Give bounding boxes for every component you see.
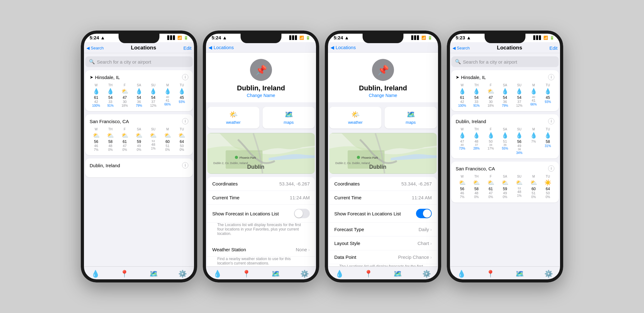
weather-btn-label-3: weather: [348, 120, 363, 125]
location-card-sf-4[interactable]: San Francisco, CA i W⛅56467% TH⛅58480% F…: [451, 162, 559, 202]
maps-btn-label-3: maps: [406, 120, 416, 125]
coordinates-value-3: 53.344, -6.267: [401, 181, 432, 186]
back-search-1[interactable]: ◀ Search: [86, 46, 104, 50]
info-icon-dublin-4[interactable]: i: [548, 118, 554, 124]
forecast-dublin-4: W💧474073% TH💧483728% F💧503417% SA💧513655…: [456, 128, 554, 155]
search-bar-4[interactable]: 🔍 Search for a city or airport: [451, 56, 559, 67]
forecast-type-value-3: Daily ›: [419, 227, 432, 232]
info-icon-dublin-1[interactable]: i: [182, 162, 188, 168]
svg-point-2: [235, 156, 238, 159]
data-point-value-3: Precip Chance ›: [398, 254, 432, 260]
forecast-sf-4: W⛅56467% TH⛅58480% F⛅61470% SA⛅59490% SU…: [456, 175, 554, 199]
edit-btn-4[interactable]: Edit: [549, 45, 558, 51]
tab-droplet-1[interactable]: 💧: [91, 270, 100, 278]
current-time-label-3: Current Time: [334, 195, 362, 200]
forecast-type-row-3[interactable]: Forecast Type Daily ›: [329, 223, 437, 236]
back-locations-2[interactable]: ◀ Locations: [208, 45, 234, 50]
maps-btn-3[interactable]: 🗺️ maps: [385, 107, 437, 128]
location-name-hinsdale-1: ➤ Hinsdale, IL: [90, 75, 120, 80]
weather-station-row-2[interactable]: Weather Station None ›: [207, 243, 315, 257]
status-icons-4: ▋▋▋ 📶 🔋: [533, 36, 554, 40]
forecast-hinsdale-4: W💧6142100% TH💧543391% F⛅473018% SA💧54367…: [456, 83, 554, 107]
status-icons-2: ▋▋▋ 📶 🔋: [289, 36, 310, 40]
tab-location-4[interactable]: 📍: [486, 270, 495, 278]
current-time-value-2: 11:24 AM: [290, 195, 310, 200]
location-name-sf-4: San Francisco, CA: [456, 166, 495, 171]
tab-bar-2: 💧 📍 🗺️ ⚙️: [203, 266, 319, 282]
tab-location-3[interactable]: 📍: [364, 270, 373, 278]
forecast-toggle-row-2[interactable]: Show Forecast in Locations List: [207, 205, 315, 223]
tab-location-1[interactable]: 📍: [120, 270, 129, 278]
forecast-hinsdale-1: W💧6142100% TH💧543391% F⛅473018% SA💧54367…: [90, 83, 188, 107]
weather-btn-2[interactable]: 🌤️ weather: [207, 107, 259, 128]
search-bar-1[interactable]: 🔍 Search for a city or airport: [85, 56, 193, 67]
tab-maps-4[interactable]: 🗺️: [515, 270, 524, 278]
forecast-note-3: The Locations list will display forecast…: [339, 264, 427, 266]
tab-settings-4[interactable]: ⚙️: [544, 270, 553, 278]
app-buttons-2: 🌤️ weather 🗺️ maps: [207, 107, 315, 128]
forecast-toggle-row-3[interactable]: Show Forecast in Locations List: [329, 205, 437, 223]
data-point-label-3: Data Point: [334, 254, 356, 260]
location-name-dublin-4: Dublin, Ireland: [456, 119, 486, 124]
map-3[interactable]: Phoenix Park Dublin Dublin 2, Co. Dublin…: [329, 133, 437, 174]
info-icon-hinsdale-1[interactable]: i: [182, 74, 188, 80]
layout-style-label-3: Layout Style: [334, 241, 360, 246]
time-2: 5:24 ▲: [212, 35, 227, 40]
phone-1: 5:24 ▲ ▋▋▋ 📶 🔋 ◀ Search Locations Edit 🔍…: [81, 31, 197, 282]
info-icon-hinsdale-4[interactable]: i: [548, 74, 554, 80]
weather-btn-label-2: weather: [226, 120, 241, 125]
tab-droplet-4[interactable]: 💧: [457, 270, 466, 278]
coordinates-row-2: Coordinates 53.344, -6.267: [207, 177, 315, 191]
tab-location-2[interactable]: 📍: [242, 270, 251, 278]
location-card-hinsdale-4[interactable]: ➤ Hinsdale, IL i W💧6142100% TH💧543391% F…: [451, 70, 559, 111]
tab-maps-3[interactable]: 🗺️: [393, 270, 402, 278]
tab-droplet-2[interactable]: 💧: [213, 270, 222, 278]
tab-maps-2[interactable]: 🗺️: [271, 270, 280, 278]
tab-maps-1[interactable]: 🗺️: [149, 270, 158, 278]
weather-btn-3[interactable]: 🌤️ weather: [329, 107, 381, 128]
map-2[interactable]: Phoenix Park Dublin Dublin 2, Co. Dublin…: [207, 133, 315, 174]
time-1: 5:24 ▲: [90, 35, 105, 40]
location-card-hinsdale-1[interactable]: ➤ Hinsdale, IL i W💧6142100% TH💧543391% F…: [85, 70, 193, 111]
svg-text:Dublin 2, Co. Dublin, Ireland: Dublin 2, Co. Dublin, Ireland: [336, 162, 370, 165]
detail-header-3: 📌 Dublin, Ireland Change Name: [325, 53, 441, 102]
nav-bar-3: ◀ Locations: [325, 42, 441, 53]
tab-settings-1[interactable]: ⚙️: [178, 270, 187, 278]
back-locations-3[interactable]: ◀ Locations: [330, 45, 356, 50]
tab-bar-3: 💧 📍 🗺️ ⚙️: [325, 266, 441, 282]
forecast-toggle-3[interactable]: [416, 209, 432, 218]
tab-settings-2[interactable]: ⚙️: [300, 270, 309, 278]
info-icon-sf-1[interactable]: i: [182, 118, 188, 124]
data-point-row-3[interactable]: Data Point Precip Chance ›: [329, 250, 437, 264]
location-card-dublin-1[interactable]: Dublin, Ireland i: [85, 158, 193, 177]
change-name-3[interactable]: Change Name: [369, 93, 397, 98]
location-card-dublin-4[interactable]: Dublin, Ireland i W💧474073% TH💧483728% F…: [451, 114, 559, 158]
nav-bar-1: ◀ Search Locations Edit: [81, 42, 197, 53]
back-search-4[interactable]: ◀ Search: [452, 46, 470, 50]
edit-btn-1[interactable]: Edit: [183, 45, 192, 51]
maps-btn-label-2: maps: [284, 120, 294, 125]
layout-style-row-3[interactable]: Layout Style Chart ›: [329, 236, 437, 250]
phone-4: 5:23 ▲ ▋▋▋ 📶 🔋 ◀ Search Locations Edit 🔍…: [447, 31, 563, 282]
tab-settings-3[interactable]: ⚙️: [422, 270, 431, 278]
info-rows-2: Coordinates 53.344, -6.267 Current Time …: [207, 177, 315, 266]
forecast-label-3: Show Forecast in Locations List: [334, 211, 401, 216]
city-name-2: Dublin, Ireland: [237, 84, 285, 92]
change-name-2[interactable]: Change Name: [247, 93, 275, 98]
location-name-sf-1: San Francisco, CA: [90, 119, 129, 124]
avatar-3: 📌: [372, 59, 394, 81]
location-card-sf-1[interactable]: San Francisco, CA i W⛅56467% TH⛅58480% F…: [85, 114, 193, 155]
tab-bar-1: 💧 📍 🗺️ ⚙️: [81, 266, 197, 282]
tab-droplet-3[interactable]: 💧: [335, 270, 344, 278]
location-name-hinsdale-4: ➤ Hinsdale, IL: [456, 75, 486, 80]
info-icon-sf-4[interactable]: i: [548, 165, 554, 172]
station-note-2: Find a nearby weather station to use for…: [217, 257, 305, 266]
svg-text:Dublin: Dublin: [369, 164, 386, 170]
screen-4: ◀ Search Locations Edit 🔍 Search for a c…: [447, 42, 563, 266]
phone-2: 5:24 ▲ ▋▋▋ 📶 🔋 ◀ Locations 📌 Dublin, Ire…: [203, 31, 319, 282]
svg-text:Dublin: Dublin: [247, 164, 264, 170]
forecast-toggle-2[interactable]: [294, 209, 310, 218]
weather-station-label-2: Weather Station: [212, 247, 246, 252]
maps-btn-2[interactable]: 🗺️ maps: [263, 107, 315, 128]
phone-3: 5:24 ▲ ▋▋▋ 📶 🔋 ◀ Locations 📌 Dublin, Ire…: [325, 31, 441, 282]
